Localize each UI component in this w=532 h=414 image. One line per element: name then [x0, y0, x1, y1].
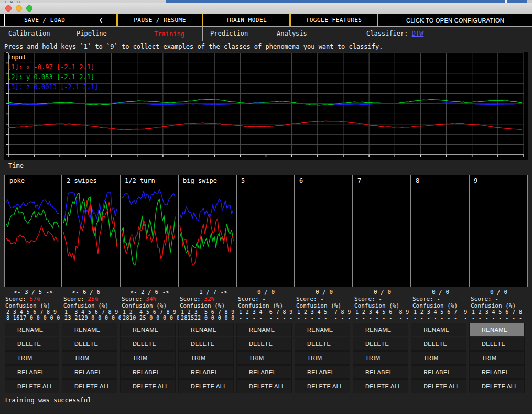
next-example-arrow[interactable]	[451, 289, 462, 296]
prev-example-arrow[interactable]	[419, 289, 430, 296]
background-cursor-mark	[505, 0, 507, 3]
next-example-arrow[interactable]: ->	[219, 289, 229, 296]
tab-prediction[interactable]: Prediction	[210, 30, 248, 37]
train-model-button[interactable]: TRAIN MODEL	[203, 14, 289, 26]
next-example-arrow[interactable]	[335, 289, 345, 296]
rename-button[interactable]: RENAME	[237, 323, 291, 336]
class-column: big_swipe 1 / 7 -> Score: 32% Confusion …	[179, 175, 237, 393]
prev-example-arrow[interactable]: <-	[12, 289, 23, 296]
class-example-panel[interactable]: 5	[237, 175, 295, 287]
trim-button[interactable]: TRIM	[470, 352, 524, 364]
relabel-button[interactable]: RELABEL	[411, 366, 466, 378]
class-example-panel[interactable]: 8	[411, 175, 470, 287]
minimize-button[interactable]	[16, 5, 22, 12]
trim-button[interactable]: TRIM	[295, 352, 350, 364]
class-example-panel[interactable]: big_swipe	[179, 175, 237, 287]
score-value: 25%	[88, 296, 98, 302]
close-button[interactable]	[5, 5, 12, 12]
confusion-title: Confusion (%)	[237, 302, 295, 309]
delete-all-button[interactable]: DELETE ALL	[470, 380, 524, 393]
class-example-panel[interactable]: 9	[470, 175, 528, 287]
relabel-button[interactable]: RELABEL	[470, 366, 524, 378]
rename-button[interactable]: RENAME	[5, 323, 59, 336]
relabel-button[interactable]: RELABEL	[237, 366, 291, 378]
prev-example-arrow[interactable]	[245, 289, 255, 296]
confusion-values: 23 2129 0 0 0 0 0	[62, 315, 121, 321]
toggle-features-button[interactable]: TOGGLE FEATURES	[291, 14, 377, 26]
class-example-panel[interactable]: 1/2_turn	[121, 175, 179, 287]
next-example-arrow[interactable]: ->	[160, 289, 171, 296]
class-actions: RENAME DELETE TRIM RELABEL DELETE ALL	[62, 323, 121, 393]
confusion-title: Confusion (%)	[179, 302, 237, 309]
delete-button[interactable]: DELETE	[62, 337, 117, 350]
class-example-panel[interactable]: 2_swipes	[62, 175, 121, 287]
delete-all-button[interactable]: DELETE ALL	[179, 380, 233, 393]
rename-button[interactable]: RENAME	[62, 323, 117, 336]
prev-example-arrow[interactable]: <-	[70, 289, 81, 296]
delete-button[interactable]: DELETE	[121, 337, 175, 350]
next-example-arrow[interactable]	[102, 289, 113, 296]
delete-all-button[interactable]: DELETE ALL	[62, 380, 117, 393]
tab-calibration[interactable]: Calibration	[8, 30, 50, 37]
prev-example-arrow[interactable]	[477, 289, 488, 296]
class-columns: poke <- 3 / 5 -> Score: 57% Confusion (%…	[4, 175, 528, 393]
tab-training[interactable]: Training	[154, 30, 184, 38]
save-load-button[interactable]: SAVE / LOAD ❮	[5, 14, 116, 26]
next-example-arrow[interactable]	[509, 289, 520, 296]
next-example-arrow[interactable]	[393, 289, 404, 296]
delete-all-button[interactable]: DELETE ALL	[411, 380, 466, 393]
delete-button[interactable]: DELETE	[411, 337, 466, 350]
class-example-panel[interactable]: 7	[353, 175, 411, 287]
relabel-button[interactable]: RELABEL	[62, 366, 117, 378]
status-message: Training was successful	[0, 393, 532, 404]
zoom-button[interactable]	[26, 5, 32, 12]
prev-example-arrow[interactable]	[187, 289, 197, 296]
trim-button[interactable]: TRIM	[411, 352, 466, 364]
next-example-arrow[interactable]: ->	[44, 289, 55, 296]
delete-all-button[interactable]: DELETE ALL	[5, 380, 59, 393]
next-example-arrow[interactable]	[277, 289, 287, 296]
classifier-dtw-link[interactable]: DTW	[412, 30, 424, 37]
score-row: Score: 34%	[121, 296, 179, 302]
rename-button[interactable]: RENAME	[295, 323, 350, 336]
rename-button[interactable]: RENAME	[179, 323, 233, 336]
relabel-button[interactable]: RELABEL	[5, 366, 59, 378]
prev-example-arrow[interactable]: <-	[128, 289, 139, 296]
delete-button[interactable]: DELETE	[470, 337, 524, 350]
class-example-panel[interactable]: 6	[295, 175, 353, 287]
prev-example-arrow[interactable]	[303, 289, 313, 296]
rename-button[interactable]: RENAME	[470, 323, 524, 336]
trim-button[interactable]: TRIM	[121, 352, 175, 364]
trim-button[interactable]: TRIM	[237, 352, 291, 364]
delete-all-button[interactable]: DELETE ALL	[237, 380, 291, 393]
delete-all-button[interactable]: DELETE ALL	[121, 380, 175, 393]
delete-all-button[interactable]: DELETE ALL	[295, 380, 350, 393]
relabel-button[interactable]: RELABEL	[179, 366, 233, 378]
pause-resume-button[interactable]: PAUSE / RESUME	[118, 14, 202, 26]
tab-pipeline[interactable]: Pipeline	[77, 30, 107, 37]
confusion-values: - - - - - - - -	[411, 315, 470, 321]
score-row: Score: -	[470, 296, 528, 302]
rename-button[interactable]: RENAME	[411, 323, 466, 336]
open-configuration-button[interactable]: CLICK TO OPEN CONFIGURATION	[378, 14, 532, 26]
delete-button[interactable]: DELETE	[237, 337, 291, 350]
trim-button[interactable]: TRIM	[179, 352, 233, 364]
relabel-button[interactable]: RELABEL	[121, 366, 175, 378]
delete-button[interactable]: DELETE	[295, 337, 350, 350]
delete-button[interactable]: DELETE	[179, 337, 233, 350]
delete-button[interactable]: DELETE	[5, 337, 59, 350]
rename-button[interactable]: RENAME	[121, 323, 175, 336]
tab-analysis[interactable]: Analysis	[277, 30, 307, 37]
class-example-panel[interactable]: poke	[4, 175, 62, 287]
trim-button[interactable]: TRIM	[62, 352, 117, 364]
rename-button[interactable]: RENAME	[353, 323, 408, 336]
delete-all-button[interactable]: DELETE ALL	[353, 380, 408, 393]
collapse-chevron-icon[interactable]: ❮	[99, 17, 103, 24]
prev-example-arrow[interactable]	[361, 289, 372, 296]
trim-button[interactable]: TRIM	[5, 352, 59, 364]
example-count: 6 / 6	[81, 289, 102, 296]
relabel-button[interactable]: RELABEL	[295, 366, 350, 378]
delete-button[interactable]: DELETE	[353, 337, 408, 350]
relabel-button[interactable]: RELABEL	[353, 366, 408, 378]
trim-button[interactable]: TRIM	[353, 352, 408, 364]
